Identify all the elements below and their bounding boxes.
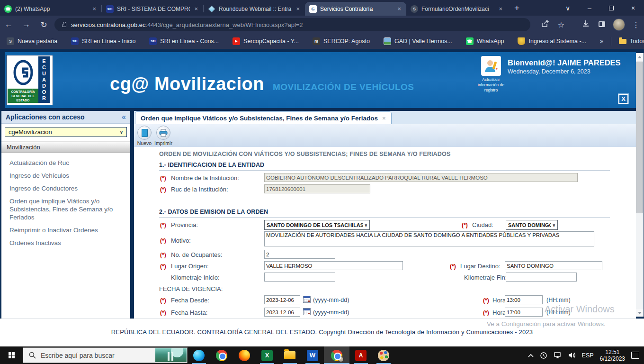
nuevo-button[interactable]: Nuevo bbox=[135, 126, 154, 146]
taskbar-firefox-icon[interactable] bbox=[233, 346, 256, 364]
back-icon[interactable]: ← bbox=[0, 20, 18, 29]
km-fin-input[interactable] bbox=[506, 273, 577, 282]
url-field[interactable]: servicios.contraloria.gob.ec:4443/cge_ar… bbox=[54, 18, 530, 31]
page-scrollbar[interactable] bbox=[636, 53, 644, 317]
ocupantes-input[interactable] bbox=[264, 250, 335, 259]
tab-whatsapp[interactable]: ☎ (2) WhatsApp × bbox=[0, 2, 101, 16]
collapse-sidebar-icon[interactable]: « bbox=[122, 113, 126, 121]
sidebar-item-ingreso-conductores[interactable]: Ingreso de Conductores bbox=[9, 184, 124, 192]
taskbar-search-input[interactable]: Escribe aquí para buscar bbox=[23, 347, 188, 363]
new-tab-button[interactable]: + bbox=[514, 3, 519, 13]
content-tab-close-icon[interactable]: × bbox=[382, 115, 386, 122]
formulario-favicon: S bbox=[411, 5, 418, 13]
side-panel-icon[interactable] bbox=[594, 20, 610, 29]
hora-hasta-input[interactable] bbox=[505, 308, 543, 317]
taskbar-clock[interactable]: 12:51 6/12/2023 bbox=[600, 349, 625, 362]
divider bbox=[611, 37, 611, 46]
reload-icon[interactable]: ↻ bbox=[35, 20, 53, 30]
tab-close-icon[interactable]: × bbox=[91, 5, 97, 12]
taskbar-weather-image[interactable] bbox=[155, 348, 187, 362]
ciudad-select[interactable]: SANTO DOMINGO ∨ bbox=[506, 220, 558, 230]
bookmark-ingreso-sistema[interactable]: Ingreso al Sistema -... bbox=[518, 37, 586, 45]
lugar-origen-input[interactable] bbox=[264, 261, 403, 270]
scroll-down-button[interactable] bbox=[636, 309, 644, 317]
scroll-up-button[interactable] bbox=[636, 53, 644, 61]
tray-network-icon[interactable] bbox=[554, 352, 562, 359]
taskbar-paint-icon[interactable] bbox=[372, 346, 395, 364]
fecha-hasta-input[interactable] bbox=[264, 308, 300, 317]
fecha-desde-input[interactable] bbox=[264, 295, 300, 304]
scrollbar-thumb[interactable] bbox=[636, 62, 643, 213]
calendar-icon[interactable] bbox=[303, 296, 311, 303]
hora-desde-input[interactable] bbox=[505, 295, 543, 304]
taskbar-chrome-icon[interactable] bbox=[210, 346, 233, 364]
tab-roundcube[interactable]: Roundcube Webmail :: Entra × bbox=[204, 2, 305, 16]
notification-icon[interactable] bbox=[631, 352, 639, 359]
tab-sri[interactable]: SRI SRI - SISTEMA DE COMPROB × bbox=[102, 2, 203, 16]
tray-expand-icon[interactable] bbox=[528, 354, 534, 357]
sidebar-item-actualizacion-ruc[interactable]: Actualización de Ruc bbox=[9, 159, 124, 167]
taskbar-explorer-icon[interactable] bbox=[278, 346, 301, 364]
tab-close-icon[interactable]: × bbox=[295, 5, 301, 12]
tab-close-icon[interactable]: × bbox=[193, 5, 199, 12]
bookmark-nueva-pestana[interactable]: S Nueva pestaña bbox=[7, 37, 57, 45]
lugar-destino-input[interactable] bbox=[505, 261, 602, 270]
provincia-select[interactable]: SANTO DOMINGO DE LOS TSACHILAS ∨ bbox=[264, 220, 370, 230]
tab-servicios-contraloria[interactable]: G Servicios Contraloría × bbox=[305, 2, 406, 16]
toolbar: Nuevo Imprimir bbox=[134, 124, 636, 147]
bookmark-sercop-agosto[interactable]: m SERCOP: Agosto bbox=[313, 37, 370, 45]
date-format-hint: (yyyy-mm-dd) bbox=[313, 297, 349, 303]
forward-icon[interactable]: → bbox=[18, 20, 35, 29]
taskbar-edge-icon[interactable] bbox=[188, 346, 210, 364]
sidebar-item-orden-viaticos[interactable]: Orden que implique Viáticos y/o Subsiste… bbox=[9, 197, 129, 221]
taskbar: Escribe aquí para buscar X W A ESP 12:51… bbox=[0, 346, 644, 364]
motivo-textarea[interactable]: MOVILIZACIÓN DE AUTORIDADES HACIA LA CIU… bbox=[264, 231, 594, 246]
bookmarks-overflow-icon[interactable]: » bbox=[600, 38, 603, 45]
bookmark-sercop-capacita[interactable]: SercopCapacita - Y... bbox=[233, 37, 299, 45]
bookmark-whatsapp[interactable]: ☎ WhatsApp bbox=[466, 37, 504, 45]
tab-formulario-orden[interactable]: S FormularioOrdenMovilizaci × bbox=[406, 2, 508, 16]
ciudad-label: Ciudad: bbox=[472, 221, 493, 228]
tab-search-chevron[interactable]: ∨ bbox=[557, 0, 579, 16]
bookmark-sri-consultas[interactable]: SRI SRI en Línea - Cons... bbox=[149, 37, 219, 45]
close-app-button[interactable]: X bbox=[618, 94, 628, 104]
bookmark-star-icon[interactable]: ☆ bbox=[553, 20, 569, 29]
tab-close-icon[interactable]: × bbox=[498, 5, 503, 12]
sidebar-item-reimprimir-inactivar[interactable]: Reimprimir o Inactivar Ordenes bbox=[9, 226, 124, 234]
language-indicator[interactable]: ESP bbox=[582, 352, 594, 359]
user-avatar[interactable] bbox=[481, 56, 501, 76]
logo-org-text: CONTRALORÍA GENERAL DEL ESTADO bbox=[8, 89, 38, 103]
download-icon[interactable] bbox=[578, 20, 594, 29]
taskbar-excel-icon[interactable]: X bbox=[256, 346, 278, 364]
tray-clock-icon[interactable] bbox=[540, 352, 547, 359]
nombre-institucion-input[interactable] bbox=[264, 173, 578, 182]
km-inicio-input[interactable] bbox=[264, 273, 335, 282]
windows-start-button[interactable] bbox=[0, 346, 23, 364]
ruc-institucion-input[interactable] bbox=[264, 184, 370, 193]
restore-button[interactable] bbox=[600, 0, 622, 16]
bookmark-gad-valle-hermoso[interactable]: GAD | Valle Hermos... bbox=[384, 37, 452, 45]
taskbar-word-icon[interactable]: W bbox=[301, 346, 324, 364]
bookmark-sri-inicio[interactable]: SRI SRI en Línea - Inicio bbox=[71, 37, 135, 45]
sidebar-item-ingreso-vehiculos[interactable]: Ingreso de Vehículos bbox=[9, 172, 124, 180]
application-select[interactable]: cgeMovilizacion ∨ bbox=[5, 127, 127, 137]
tab-close-icon[interactable]: × bbox=[396, 5, 402, 12]
menu-dots-icon[interactable]: ⋮ bbox=[628, 20, 644, 29]
calendar-icon[interactable] bbox=[303, 308, 311, 315]
imprimir-button[interactable]: Imprimir bbox=[154, 126, 173, 146]
sidebar-group-movilizacion[interactable]: Movilización bbox=[1, 141, 130, 153]
taskbar-chrome-profile-icon[interactable] bbox=[324, 346, 349, 364]
content-tab-orden[interactable]: Orden que implique Viáticos y/o Subsiste… bbox=[135, 111, 392, 124]
all-bookmarks-button[interactable]: Todos los marcadores bbox=[619, 38, 644, 45]
taskbar-acrobat-icon[interactable]: A bbox=[349, 346, 372, 364]
minimize-button[interactable]: – bbox=[579, 0, 600, 16]
tab-label: (2) WhatsApp bbox=[15, 6, 88, 12]
tray-volume-icon[interactable] bbox=[568, 352, 576, 359]
window-controls: ∨ – × bbox=[557, 0, 644, 16]
profile-avatar[interactable] bbox=[613, 18, 625, 31]
lock-icon[interactable] bbox=[62, 24, 66, 27]
update-registration-link[interactable]: Actualizar información de registro bbox=[474, 77, 508, 93]
share-icon[interactable] bbox=[537, 20, 553, 29]
sidebar-item-ordenes-inactivas[interactable]: Ordenes Inactivas bbox=[9, 239, 124, 247]
close-window-button[interactable]: × bbox=[622, 0, 644, 16]
